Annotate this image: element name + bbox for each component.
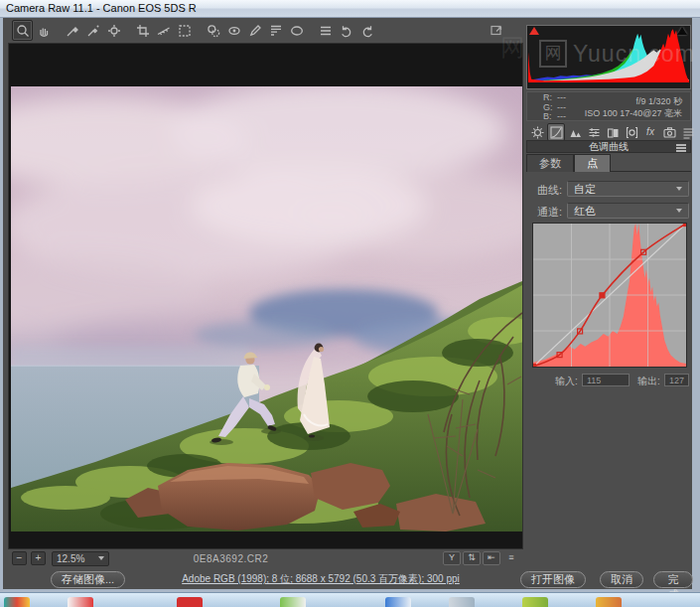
basic-panel-icon[interactable] [528,123,546,141]
photo-preview [11,86,522,531]
taskbar-app-icon[interactable] [522,597,548,607]
hsl-grayscale-panel-icon[interactable] [585,123,603,141]
taskbar-app-icon[interactable] [280,597,306,607]
taskbar-app-icon[interactable] [449,597,475,607]
chevron-down-icon [676,187,682,191]
curve-editor[interactable] [532,223,687,368]
tab-parametric[interactable]: 参数 [526,154,574,172]
red-eye-tool-icon[interactable] [223,20,244,41]
output-label: 输出: [637,375,660,388]
straighten-tool-icon[interactable] [153,20,174,41]
highlight-clipping-indicator[interactable] [677,27,687,35]
curve-select-row: 曲线: 自定 [526,181,691,198]
camera-calibration-panel-icon[interactable] [660,123,678,141]
zoom-tool-icon[interactable] [12,20,33,41]
exif-line1: f/9 1/320 秒 [585,95,682,107]
curve-label: 曲线: [537,183,562,198]
input-field[interactable]: 115 [582,374,630,386]
g-value: --- [557,102,566,112]
tab-point[interactable]: 点 [574,154,611,172]
tone-curve-panel-icon[interactable] [547,123,565,141]
copy-settings-button[interactable]: ⇤ [483,551,500,565]
preview-cycle-button[interactable]: Y [443,551,461,565]
curve-point[interactable] [533,365,536,368]
adjustment-brush-tool-icon[interactable] [244,20,265,41]
exif-line2: ISO 100 17-40@27 毫米 [585,107,682,119]
rotate-left-icon[interactable] [336,20,356,41]
input-label: 输入: [555,375,578,388]
windows-taskbar[interactable] [0,592,700,607]
taskbar-app-icon[interactable] [385,597,411,607]
targeted-adjustment-tool-icon[interactable] [103,20,124,41]
graduated-filter-tool-icon[interactable] [265,20,286,41]
filename-label: 0E8A3692.CR2 [8,553,454,564]
tone-curve-tabs: 参数 点 [526,154,691,172]
curve-dropdown[interactable]: 自定 [567,181,689,197]
image-canvas[interactable]: 网 [8,43,523,549]
crop-tool-icon[interactable] [132,20,153,41]
toolbar [5,20,528,41]
detail-panel-icon[interactable] [566,123,584,141]
curve-point[interactable] [600,293,605,298]
histogram-panel [526,25,691,89]
rgb-exif-readout: R:--- G:--- B:--- f/9 1/320 秒 ISO 100 17… [526,91,691,121]
spot-removal-tool-icon[interactable] [203,20,223,41]
bottom-bar: 存储图像... Adobe RGB (1998); 8 位; 8688 x 57… [3,567,692,589]
lens-corrections-panel-icon[interactable] [623,123,640,141]
preferences-icon[interactable] [315,20,336,41]
curve-io-row: 输入: 115 输出: 127 [526,374,691,389]
taskbar-app-icon[interactable] [177,597,203,607]
save-image-button[interactable]: 存储图像... [51,571,125,588]
b-value: --- [557,111,566,121]
fx-glyph: fx [646,125,654,139]
color-sampler-tool-icon[interactable] [82,20,103,41]
rotate-right-icon[interactable] [356,20,377,41]
curve-value: 自定 [574,182,596,197]
exif-readout: f/9 1/320 秒 ISO 100 17-40@27 毫米 [585,95,682,119]
presets-panel-icon[interactable] [679,123,697,141]
cancel-button[interactable]: 取消 [600,571,643,588]
tone-curve-panel-header: 色调曲线 [526,140,691,153]
curve-point[interactable] [684,224,687,227]
workflow-options-link[interactable]: Adobe RGB (1998); 8 位; 8688 x 5792 (50.3… [182,573,460,584]
split-toning-panel-icon[interactable] [604,123,622,141]
tone-curve-plot[interactable] [533,224,686,367]
toggle-fullscreen-icon[interactable] [487,20,505,39]
channel-select-row: 通道: 红色 [526,203,691,220]
window-titlebar[interactable]: Camera Raw 11.1 - Canon EOS 5DS R [0,0,700,18]
workflow-options: Adobe RGB (1998); 8 位; 8688 x 5792 (50.3… [122,572,519,586]
rgb-histogram [528,27,689,82]
preview-preferences-button[interactable]: ≡ [502,551,520,565]
done-button[interactable]: 完成 [653,571,693,588]
channel-value: 红色 [574,204,596,219]
output-field[interactable]: 127 [664,374,689,386]
channel-label: 通道: [537,205,562,220]
transform-tool-icon[interactable] [174,20,195,41]
swap-before-after-button[interactable]: ⇅ [463,551,481,565]
taskbar-app-icon[interactable] [4,597,30,607]
panel-menu-icon[interactable] [676,144,686,153]
taskbar-app-icon[interactable] [68,597,93,607]
window-title: Camera Raw 11.1 - Canon EOS 5DS R [6,2,197,14]
white-balance-tool-icon[interactable] [62,20,82,41]
r-value: --- [557,92,566,102]
chevron-down-icon [676,209,682,213]
hand-tool-icon[interactable] [33,20,54,41]
channel-dropdown[interactable]: 红色 [567,203,689,219]
screen: Camera Raw 11.1 - Canon EOS 5DS R [0,0,700,607]
panel-title: 色调曲线 [589,141,629,152]
b-label: B: [543,112,557,122]
camera-raw-dialog: 网 [3,18,692,589]
panel-tab-icons: fx [528,123,700,139]
shadow-clipping-indicator[interactable] [529,27,539,35]
preview-controls: Y ⇅ ⇤ ≡ [443,551,520,565]
canvas-statusbar: − + 12.5% 0E8A3692.CR2 Y ⇅ ⇤ ≡ [8,549,523,567]
rgb-readout: R:--- G:--- B:--- [543,93,566,122]
taskbar-app-icon[interactable] [596,597,622,607]
effects-panel-icon[interactable]: fx [641,123,659,141]
open-image-button[interactable]: 打开图像 [520,571,586,588]
radial-filter-tool-icon[interactable] [286,20,307,41]
